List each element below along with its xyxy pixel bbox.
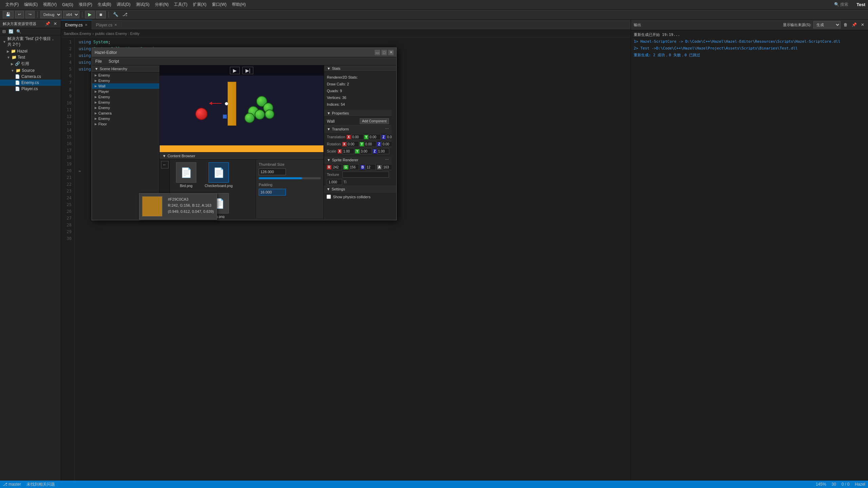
physics-colliders-checkbox[interactable] (327, 195, 331, 199)
tiling-value-input[interactable] (327, 179, 342, 185)
toolbar-save-btn[interactable]: 💾 (3, 11, 14, 18)
git-icon[interactable]: ⎇ (121, 11, 129, 18)
output-source-select[interactable]: 生成 (813, 21, 841, 28)
tab-player-label: Player.cs (96, 23, 113, 27)
hazel-maximize-btn[interactable]: □ (381, 50, 387, 55)
translation-y-input[interactable] (369, 134, 381, 140)
build-icon[interactable]: 🔧 (112, 11, 120, 18)
rotation-x-input[interactable] (347, 141, 359, 147)
output-close-btn[interactable]: ✕ (860, 22, 865, 27)
translation-x-input[interactable] (351, 134, 363, 140)
menu-extensions[interactable]: 扩展(X) (190, 1, 209, 8)
solution-root[interactable]: ▼ 解决方案 'Test' (2个项目，共 2个) (0, 35, 61, 48)
debug-config-select[interactable]: Debug (40, 11, 62, 18)
color-hex: #F29C0CA3 (168, 196, 214, 202)
menu-project[interactable]: 项目(P) (76, 1, 95, 8)
scene-item-enemy2[interactable]: ▶ Enemy (92, 78, 159, 83)
output-line-2[interactable]: 2> Test ->D:\Code\C++\Hazel\HazelProject… (634, 45, 865, 52)
tab-enemy-close[interactable]: ✕ (85, 23, 87, 27)
scene-item-camera[interactable]: ▶ Camera (92, 110, 159, 116)
file-checkerboard[interactable]: 📄 Checkerboard.png (205, 162, 232, 188)
menu-debug[interactable]: 调试(D) (114, 1, 133, 8)
toolbar-redo-btn[interactable]: ↪ (25, 11, 35, 18)
menu-tools[interactable]: 工具(T) (171, 1, 190, 8)
rotation-y-input[interactable] (364, 141, 376, 147)
scene-item-player[interactable]: ▶ Player (92, 89, 159, 94)
scale-y-label: Y (355, 149, 359, 154)
file-bird[interactable]: 📄 Bird.png (173, 162, 200, 188)
menu-edit[interactable]: 编辑(E) (21, 1, 40, 8)
step-button[interactable]: ▶| (242, 67, 254, 74)
menu-test[interactable]: 测试(S) (133, 1, 152, 8)
panel-close-btn[interactable]: ✕ (53, 21, 58, 26)
bird-object[interactable] (195, 108, 208, 120)
menu-git[interactable]: Git(G) (59, 2, 76, 8)
play-button[interactable]: ▶ (230, 67, 240, 74)
collapse-all-btn[interactable]: ⊟ (1, 29, 7, 34)
scene-item-enemy6[interactable]: ▶ Enemy (92, 116, 159, 121)
color-picker-popup[interactable]: #F29C0CA3 R:242, G:156, B:12, A:163 (0.9… (139, 193, 217, 220)
hazel-close-btn[interactable]: ✕ (388, 50, 394, 55)
output-clear-btn[interactable]: 🗑 (843, 22, 849, 27)
renderer2d-label: Renderer2D Stats: (327, 74, 394, 81)
output-pin-btn[interactable]: 📌 (851, 22, 858, 27)
toolbar-undo-btn[interactable]: ↩ (15, 11, 24, 18)
scene-item-enemy3[interactable]: ▶ Enemy (92, 94, 159, 100)
rotation-z-input[interactable] (381, 141, 392, 147)
scene-item-enemy5[interactable]: ▶ Enemy (92, 105, 159, 110)
menu-view[interactable]: 视图(V) (40, 1, 59, 8)
cb-back-btn[interactable]: ← (161, 161, 169, 168)
scale-z-input[interactable] (377, 148, 389, 154)
scale-y-input[interactable] (360, 148, 372, 154)
g-input[interactable] (349, 164, 359, 170)
file-player[interactable]: 📄 Player.cs (0, 86, 61, 92)
file-camera[interactable]: 📄 Camera.cs (0, 74, 61, 80)
menu-file[interactable]: 文件(F) (3, 1, 21, 8)
source-folder[interactable]: ▼ 📁 Source (0, 67, 61, 74)
tab-enemy[interactable]: Enemy.cs ✕ (61, 20, 92, 29)
refresh-btn[interactable]: 🔄 (7, 29, 15, 34)
menu-analyze[interactable]: 分析(N) (152, 1, 172, 8)
tab-player-close[interactable]: ✕ (114, 23, 117, 27)
r-input[interactable] (332, 164, 342, 170)
menu-window[interactable]: 窗口(W) (209, 1, 229, 8)
run-btn[interactable]: ▶ (85, 11, 95, 18)
pig4[interactable] (255, 109, 265, 120)
scale-x-input[interactable] (342, 148, 354, 154)
refs-folder[interactable]: ▶ 🔗 引用 (0, 60, 61, 67)
transform-options-btn[interactable]: ⋯ (385, 127, 389, 131)
padding-input[interactable] (259, 189, 286, 196)
scene-item-floor[interactable]: ▶ Floor (92, 121, 159, 127)
project-hazel[interactable]: ▶ 📁 Hazel (0, 48, 61, 54)
wall-object[interactable] (228, 82, 236, 126)
tab-player[interactable]: Player.cs ✕ (92, 20, 122, 29)
stop-btn[interactable]: ⏹ (96, 11, 106, 18)
scene-item-enemy4[interactable]: ▶ Enemy (92, 100, 159, 105)
texture-input[interactable] (342, 171, 389, 178)
translation-z-input[interactable] (386, 134, 392, 140)
scene-item-enemy1[interactable]: ▶ Enemy (92, 73, 159, 78)
hazel-menu-script[interactable]: Script (105, 58, 122, 64)
platform-select[interactable]: x64 (63, 11, 79, 18)
hazel-minimize-btn[interactable]: — (375, 50, 380, 55)
project-test[interactable]: ▼ 📁 Test (0, 54, 61, 60)
b-input[interactable] (366, 164, 376, 170)
menu-help[interactable]: 帮助(H) (229, 1, 249, 8)
sprite-renderer-options-btn[interactable]: ⋯ (385, 158, 389, 162)
menu-build[interactable]: 生成(B) (95, 1, 114, 8)
translate-handle[interactable] (225, 102, 228, 105)
filter-btn[interactable]: 🔍 (15, 29, 22, 34)
scale-x-field: X (338, 148, 355, 154)
thumbnail-size-input[interactable] (259, 168, 286, 175)
viewport[interactable]: ▶ ▶| (160, 65, 323, 152)
pig6[interactable] (244, 113, 255, 123)
output-line-1[interactable]: 1> Hazel-ScriptCore -> D:\Code\C++\Hazel… (634, 38, 865, 45)
a-input[interactable] (382, 164, 392, 170)
add-component-button[interactable]: Add Component (360, 118, 389, 124)
scene-item-wall[interactable]: ▶ Wall (92, 83, 159, 89)
hazel-menu-file[interactable]: File (92, 58, 105, 64)
pig5[interactable] (265, 109, 274, 119)
file-enemy[interactable]: 📄 Enemy.cs (0, 80, 61, 86)
panel-pin-btn[interactable]: 📌 (44, 21, 51, 26)
breadcrumb-member: public class Enemy : Entity (95, 32, 139, 36)
